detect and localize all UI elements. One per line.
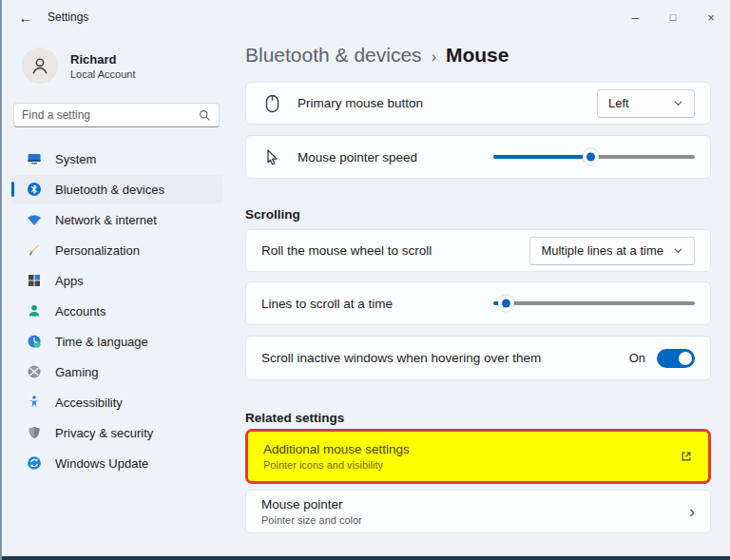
window-title: Settings xyxy=(48,10,88,24)
close-icon: × xyxy=(707,10,715,25)
sidebar-item-label: Privacy & security xyxy=(55,426,153,440)
sidebar-item-personalization[interactable]: Personalization xyxy=(11,236,223,264)
sidebar-item-bluetooth-devices[interactable]: Bluetooth & devices xyxy=(11,175,223,203)
primary-button-value: Left xyxy=(608,96,663,110)
titlebar: ← Settings – □ × xyxy=(2,0,730,34)
slider-fill xyxy=(493,155,590,159)
scroll-inactive-toggle[interactable] xyxy=(657,349,695,368)
sidebar-item-windows-update[interactable]: Windows Update xyxy=(11,449,223,477)
sidebar-item-label: Network & internet xyxy=(55,213,157,227)
shield-icon xyxy=(26,425,42,441)
search-input[interactable] xyxy=(22,108,199,122)
additional-mouse-settings-subtitle: Pointer icons and visibility xyxy=(263,459,383,471)
lines-to-scroll-slider[interactable] xyxy=(493,295,695,312)
avatar xyxy=(22,48,58,84)
slider-thumb[interactable] xyxy=(498,296,514,312)
maximize-button[interactable]: □ xyxy=(654,0,692,34)
breadcrumb-separator-icon: › xyxy=(432,48,436,66)
back-button[interactable]: ← xyxy=(11,5,40,29)
monitor-icon xyxy=(26,151,42,167)
sidebar-item-system[interactable]: System xyxy=(11,145,223,173)
close-button[interactable]: × xyxy=(692,0,730,34)
apps-icon xyxy=(26,273,42,289)
minimize-button[interactable]: – xyxy=(616,0,654,34)
globe-icon xyxy=(26,212,42,228)
sidebar-item-apps[interactable]: Apps xyxy=(11,266,223,295)
external-link-icon xyxy=(680,450,693,463)
scrolling-section-header: Scrolling xyxy=(245,207,711,222)
scroll-inactive-label: Scroll inactive windows when hovering ov… xyxy=(261,351,629,365)
primary-mouse-button-label: Primary mouse button xyxy=(298,96,597,110)
profile-subtitle: Local Account xyxy=(70,68,136,80)
sidebar-item-label: Time & language xyxy=(55,335,148,349)
sidebar: Richard Local Account System xyxy=(2,34,233,560)
page-title: Mouse xyxy=(446,44,509,67)
breadcrumb: Bluetooth & devices › Mouse xyxy=(245,44,711,67)
toggle-state-label: On xyxy=(629,351,645,365)
lines-to-scroll-row: Lines to scroll at a time xyxy=(245,281,711,325)
maximize-icon: □ xyxy=(670,11,677,23)
scroll-inactive-windows-row: Scroll inactive windows when hovering ov… xyxy=(245,336,711,380)
slider-thumb[interactable] xyxy=(583,149,599,165)
back-arrow-icon: ← xyxy=(19,10,33,26)
additional-mouse-settings-title: Additional mouse settings xyxy=(263,442,410,456)
mouse-pointer-subtitle: Pointer size and color xyxy=(261,514,362,526)
user-profile: Richard Local Account xyxy=(2,48,233,84)
lines-to-scroll-label: Lines to scroll at a time xyxy=(261,297,493,311)
roll-wheel-value: Multiple lines at a time xyxy=(541,243,663,258)
slider-track[interactable] xyxy=(493,155,695,159)
roll-wheel-dropdown[interactable]: Multiple lines at a time xyxy=(529,237,695,265)
additional-mouse-settings-card[interactable]: Additional mouse settings Pointer icons … xyxy=(245,429,711,484)
mouse-pointer-speed-row: Mouse pointer speed xyxy=(245,135,711,179)
sidebar-item-label: System xyxy=(55,152,96,166)
sidebar-item-time-language[interactable]: Time & language xyxy=(11,327,223,356)
sidebar-item-gaming[interactable]: Gaming xyxy=(11,357,223,386)
window-controls: – □ × xyxy=(616,0,730,34)
chevron-down-icon xyxy=(673,98,683,108)
accessibility-icon xyxy=(26,395,42,411)
related-settings-header: Related settings xyxy=(245,411,711,425)
mouse-pointer-title: Mouse pointer xyxy=(261,497,343,512)
chevron-right-icon: › xyxy=(689,502,695,522)
search-box[interactable] xyxy=(13,103,220,127)
roll-wheel-label: Roll the mouse wheel to scroll xyxy=(261,243,529,258)
toggle-knob xyxy=(679,352,692,365)
primary-mouse-button-row: Primary mouse button Left xyxy=(245,82,711,125)
sidebar-item-accounts[interactable]: Accounts xyxy=(11,297,223,325)
search-icon xyxy=(199,109,211,122)
sidebar-nav: System Bluetooth & devices Network & int… xyxy=(2,145,233,477)
sidebar-item-label: Gaming xyxy=(55,365,99,379)
mouse-icon xyxy=(261,94,282,113)
sidebar-item-privacy-security[interactable]: Privacy & security xyxy=(11,418,223,447)
person-icon xyxy=(26,303,42,319)
pointer-speed-slider[interactable] xyxy=(493,148,695,165)
update-icon xyxy=(26,455,42,472)
sidebar-item-label: Accessibility xyxy=(55,396,123,410)
brush-icon xyxy=(26,242,42,259)
sidebar-item-accessibility[interactable]: Accessibility xyxy=(11,388,223,416)
sidebar-item-label: Personalization xyxy=(55,243,140,258)
xbox-icon xyxy=(26,364,42,380)
mouse-pointer-speed-label: Mouse pointer speed xyxy=(298,150,493,164)
minimize-icon: – xyxy=(631,10,638,25)
chevron-down-icon xyxy=(673,245,683,256)
sidebar-item-label: Bluetooth & devices xyxy=(55,183,164,197)
profile-name: Richard xyxy=(70,52,136,67)
slider-track[interactable] xyxy=(493,301,695,305)
clock-icon xyxy=(26,334,42,350)
bluetooth-icon xyxy=(26,182,42,198)
window-bottom-edge xyxy=(2,556,730,560)
sidebar-item-network-internet[interactable]: Network & internet xyxy=(11,205,223,234)
mouse-pointer-card[interactable]: Mouse pointer Pointer size and color › xyxy=(245,490,711,533)
sidebar-item-label: Apps xyxy=(55,274,84,288)
primary-button-dropdown[interactable]: Left xyxy=(597,89,695,118)
person-silhouette-icon xyxy=(29,55,50,76)
sidebar-item-label: Accounts xyxy=(55,304,106,319)
cursor-arrow-icon xyxy=(261,148,282,166)
roll-wheel-row: Roll the mouse wheel to scroll Multiple … xyxy=(245,229,711,272)
main-content: Bluetooth & devices › Mouse Primary mous… xyxy=(233,34,730,560)
breadcrumb-parent[interactable]: Bluetooth & devices xyxy=(245,44,422,67)
sidebar-item-label: Windows Update xyxy=(55,456,148,471)
